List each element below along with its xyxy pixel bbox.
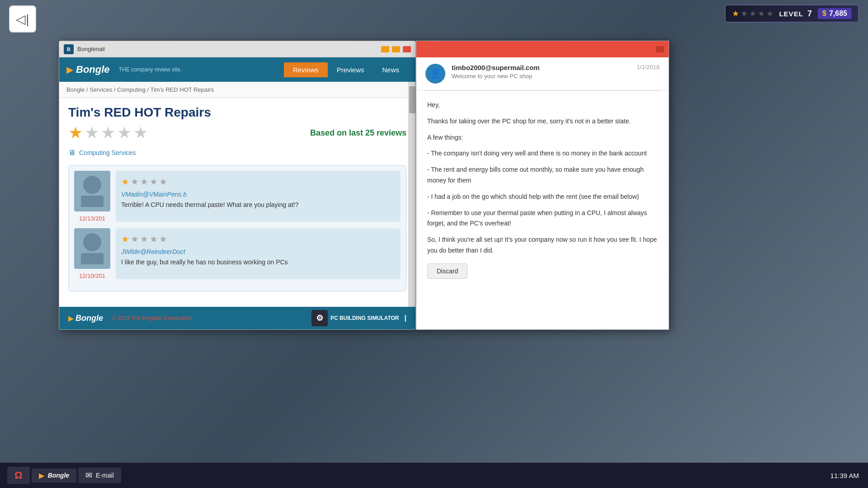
- email-line-7: - Remember to use your thermal paste whe…: [427, 208, 658, 230]
- email-window: 👤 timbo2000@supermail.com Welcome to you…: [416, 41, 669, 330]
- email-line-3: A few things:: [427, 132, 658, 143]
- listing-star-5: ★: [133, 123, 148, 142]
- close-button[interactable]: [403, 46, 411, 52]
- avatar-icon: 👤: [430, 68, 441, 79]
- bongle-logo-text: Bongle: [76, 64, 110, 75]
- review-stars-1: ★ ★ ★ ★ ★: [121, 176, 395, 187]
- email-line-4: - The company isn't doing very well and …: [427, 148, 658, 159]
- avatar-body-2: [81, 253, 104, 264]
- footer-bongle-text: Bongle: [75, 314, 103, 323]
- breadcrumb: Bongle / Services / Computing / Tim's RE…: [59, 82, 415, 98]
- email-header: 👤 timbo2000@supermail.com Welcome to you…: [416, 57, 669, 90]
- review-item-2: 12/10/201 ★ ★ ★ ★ ★ JWilde@ReindeerDoct …: [74, 228, 401, 279]
- footer-pc-label: PC BUILDING SIMULATOR: [330, 315, 399, 321]
- back-button[interactable]: ◁|: [9, 5, 36, 33]
- review-item-1: 12/13/201 ★ ★ ★ ★ ★ VMadin@VMainPens.b T…: [74, 171, 401, 222]
- review-date-2: 12/10/201: [79, 272, 105, 279]
- taskbar-item-bongle[interactable]: ▶ Bongle: [32, 469, 76, 483]
- footer-bracket-icon: |: [405, 314, 406, 322]
- footer-pc-icon: ⚙: [311, 310, 328, 326]
- rev-star-2-1: ★: [121, 234, 129, 244]
- category-row: 🖥 Computing Services: [68, 149, 406, 157]
- review-stars-2: ★ ★ ★ ★ ★: [121, 234, 395, 244]
- hud-star-4: ★: [758, 9, 765, 19]
- rev-star-1-2: ★: [131, 176, 139, 187]
- hud-level-value: 7: [807, 9, 812, 18]
- nav-tabs: Reviews Previews News: [284, 62, 408, 77]
- avatar-head-2: [83, 233, 101, 251]
- email-line-8: So, I think you're all set up! It's your…: [427, 235, 658, 256]
- bongle-navbar: ▶ Bongle THE company review site. Review…: [59, 57, 415, 82]
- rev-star-2-3: ★: [140, 234, 148, 244]
- footer-copyright: © 2019 The Irregular Corporation: [112, 315, 302, 321]
- email-sender-address: timbo2000@supermail.com: [452, 64, 630, 71]
- minimize-button[interactable]: [381, 46, 389, 52]
- footer-logo: ▶ Bongle: [68, 314, 103, 323]
- balance-amount: 7,685: [829, 9, 847, 18]
- taskbar-item-email[interactable]: ✉ E-mail: [78, 468, 121, 483]
- reviewer-avatar-1: [74, 171, 110, 211]
- rev-star-1-5: ★: [159, 176, 167, 187]
- back-arrow-icon: ◁|: [16, 12, 29, 27]
- rev-star-2-2: ★: [131, 234, 139, 244]
- footer-pc-logo: ⚙ PC BUILDING SIMULATOR |: [311, 310, 406, 326]
- avatar-body-1: [81, 196, 104, 207]
- taskbar-bongle-label: Bongle: [48, 472, 69, 479]
- taskbar: Ω ▶ Bongle ✉ E-mail 11:39 AM: [0, 463, 868, 488]
- email-line-2: Thanks for taking over the PC shop for m…: [427, 116, 658, 127]
- email-line-6: - I had a job on the go which should hel…: [427, 192, 658, 202]
- bongle-footer: ▶ Bongle © 2019 The Irregular Corporatio…: [59, 307, 415, 329]
- review-date-1: 12/13/201: [79, 215, 105, 222]
- omega-icon: Ω: [14, 469, 23, 481]
- hud-level: LEVEL 7: [779, 9, 812, 19]
- currency-symbol: $: [822, 9, 826, 18]
- listing-star-4: ★: [117, 123, 132, 142]
- review-content-2: ★ ★ ★ ★ ★ JWilde@ReindeerDoct I like the…: [116, 228, 401, 279]
- reviews-container: 12/13/201 ★ ★ ★ ★ ★ VMadin@VMainPens.b T…: [68, 165, 406, 291]
- hud-star-1: ★: [732, 9, 739, 19]
- listing-star-1: ★: [68, 123, 83, 142]
- taskbar-email-label: E-mail: [96, 472, 114, 479]
- review-content-1: ★ ★ ★ ★ ★ VMadin@VMainPens.b Terrible! A…: [116, 171, 401, 222]
- scrollbar-track[interactable]: [408, 82, 415, 308]
- bongle-tagline: THE company review site.: [119, 66, 275, 73]
- email-sender-avatar: 👤: [425, 64, 445, 84]
- email-close-button[interactable]: [656, 46, 664, 52]
- listing-area: Tim's RED HOT Repairs ★ ★ ★ ★ ★ Based on…: [59, 98, 415, 299]
- hud-star-2: ★: [741, 9, 748, 19]
- email-taskbar-icon: ✉: [85, 470, 92, 480]
- hud-level-label: LEVEL: [779, 10, 803, 18]
- maximize-button[interactable]: [392, 46, 400, 52]
- avatar-head-1: [83, 176, 101, 194]
- hud-star-3: ★: [749, 9, 756, 19]
- category-icon: 🖥: [68, 149, 75, 157]
- window-controls: [381, 46, 411, 52]
- taskbar-item-omega[interactable]: Ω: [7, 467, 30, 484]
- reviewer-1: 12/13/201: [74, 171, 110, 222]
- rev-star-2-4: ★: [150, 234, 158, 244]
- rev-star-2-5: ★: [159, 234, 167, 244]
- bongle-taskbar-icon: ▶: [39, 471, 44, 480]
- tab-reviews[interactable]: Reviews: [284, 62, 328, 77]
- titlebar-logo: B: [64, 44, 74, 54]
- email-date: 1/1/2018: [637, 64, 660, 70]
- email-subject: Welcome to your new PC shop: [452, 73, 630, 80]
- discard-button[interactable]: Discard: [427, 263, 467, 279]
- rev-star-1-4: ★: [150, 176, 158, 187]
- listing-stars: ★ ★ ★ ★ ★: [68, 123, 148, 142]
- listing-star-2: ★: [85, 123, 99, 142]
- reviewer-name-2: JWilde@ReindeerDoct: [121, 248, 395, 255]
- review-text-2: I like the guy, but really he has no bus…: [121, 258, 395, 267]
- bongle-window: B Bonglenail ▶ Bongle THE company review…: [59, 41, 416, 330]
- hud-money: $ 7,685: [818, 8, 852, 19]
- reviewer-name-1: VMadin@VMainPens.b: [121, 191, 395, 198]
- taskbar-clock: 11:39 AM: [830, 472, 859, 479]
- email-titlebar: [416, 41, 669, 57]
- email-line-5: - The rent and energy bills come out mon…: [427, 164, 658, 186]
- bongle-arrow-icon: ▶: [66, 64, 73, 75]
- reviewer-avatar-2: [74, 228, 110, 269]
- tab-previews[interactable]: Previews: [328, 62, 373, 77]
- window-title: Bonglenail: [77, 46, 377, 52]
- tab-news[interactable]: News: [373, 62, 408, 77]
- scrollbar-thumb[interactable]: [409, 86, 415, 113]
